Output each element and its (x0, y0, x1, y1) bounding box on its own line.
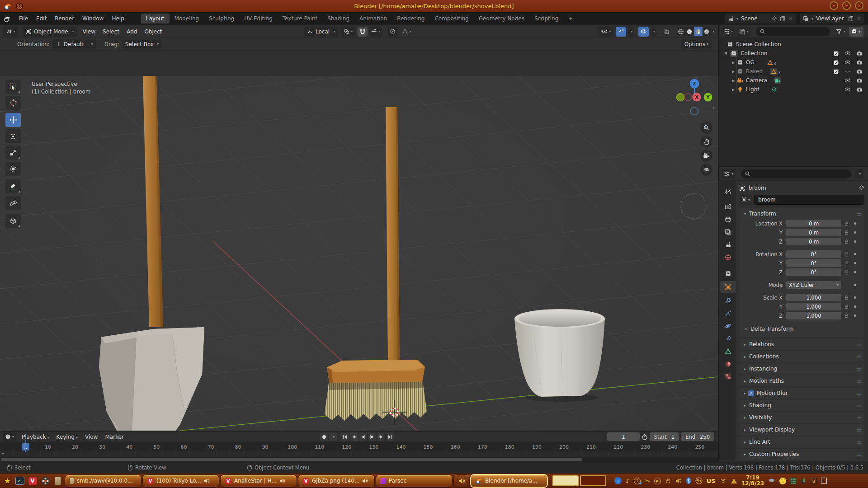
rotation-x-field[interactable]: 0° (786, 250, 841, 258)
panel-drag-handle[interactable]: :::: (857, 415, 861, 420)
outliner-search-field[interactable] (756, 27, 830, 36)
outliner-row-scene-collection[interactable]: Scene Collection (719, 40, 868, 49)
tab-scripting[interactable]: Scripting (529, 14, 563, 23)
music-tray-icon[interactable]: ♪ (626, 478, 630, 484)
preview-range-icon[interactable] (642, 434, 648, 440)
touch-tray-icon[interactable] (665, 478, 671, 484)
outliner-filter-dropdown[interactable]: ▾ (834, 27, 847, 37)
play-button[interactable] (368, 432, 376, 441)
gizmo-neg-x-axis[interactable] (684, 94, 692, 101)
animate-dot[interactable] (854, 305, 856, 308)
rotation-z-field[interactable]: 0° (786, 268, 841, 276)
keyboard-layout[interactable]: US (707, 478, 716, 484)
panel-drag-handle[interactable]: :::: (857, 211, 861, 216)
lock-icon[interactable] (841, 295, 851, 300)
hide-eye-icon[interactable] (842, 59, 854, 66)
next-keyframe-button[interactable] (377, 432, 385, 441)
lock-icon[interactable] (841, 221, 851, 226)
orthographic-toggle-button[interactable] (700, 164, 712, 176)
panel-drag-handle[interactable]: :::: (857, 427, 861, 432)
gizmo-settings-dropdown[interactable]: ▾ (628, 27, 634, 37)
plant-tray-icon[interactable] (800, 478, 807, 484)
prev-keyframe-button[interactable] (349, 432, 358, 441)
shading-wireframe-button[interactable] (677, 27, 685, 36)
scale-z-field[interactable]: 1.000 (786, 312, 841, 319)
motion-blur-checkbox[interactable]: ✓ (748, 390, 754, 396)
tab-tool[interactable] (720, 185, 736, 197)
warning-tray-icon[interactable] (731, 478, 737, 484)
tab-layout[interactable]: Layout (141, 14, 170, 23)
new-collection-button[interactable]: + (849, 27, 863, 37)
pivot-point-dropdown[interactable]: ▾ (340, 27, 356, 37)
object-name-field[interactable] (754, 195, 864, 205)
menu-marker[interactable]: Marker (101, 434, 127, 440)
panel-drag-handle[interactable]: :::: (857, 379, 861, 384)
task-tokyo[interactable]: V (100) Tokyo Lo... (143, 475, 219, 487)
show-gizmo-toggle[interactable] (616, 27, 626, 37)
info-tray-icon[interactable]: i (614, 477, 622, 484)
emoji-tray-icon[interactable] (779, 478, 786, 484)
tab-object-data[interactable] (720, 345, 736, 357)
tab-world[interactable] (720, 251, 736, 263)
tab-uv-editing[interactable]: UV Editing (239, 14, 278, 23)
task-smb[interactable]: smb://awv@10.0.0... (65, 475, 141, 487)
panel-drag-handle[interactable]: :::: (857, 366, 861, 371)
weather-tray-icon[interactable] (768, 478, 775, 484)
jump-to-start-button[interactable] (340, 432, 349, 441)
start-frame-field[interactable]: Start1 (650, 432, 679, 441)
tab-view-layer[interactable] (720, 226, 736, 238)
close-window-button[interactable]: ✕ (855, 1, 863, 10)
new-scene-icon[interactable] (780, 16, 786, 22)
animate-dot[interactable] (854, 240, 856, 243)
properties-search-field[interactable] (741, 169, 851, 178)
amarok-tray-icon[interactable]: a (811, 478, 817, 484)
panel-motion-paths[interactable]: ▸Motion Paths:::: (739, 375, 864, 386)
expand-icon[interactable]: ▶ (730, 70, 737, 74)
lock-icon[interactable] (841, 252, 851, 257)
pin-icon[interactable] (771, 16, 777, 22)
panel-instancing[interactable]: ▸Instancing:::: (739, 363, 864, 374)
vivaldi-launcher-icon[interactable]: V (27, 477, 38, 485)
panel-custom-properties[interactable]: ▸Custom Properties:::: (739, 449, 864, 460)
volume-button[interactable] (454, 475, 469, 487)
menu-keying[interactable]: Keying▾ (53, 434, 81, 440)
tab-compositing[interactable]: Compositing (429, 14, 473, 23)
tool-measure[interactable] (5, 196, 21, 210)
panel-shading[interactable]: ▸Shading:::: (739, 400, 864, 411)
panel-drag-handle[interactable]: :::: (857, 452, 861, 457)
menu-view[interactable]: View (79, 28, 99, 35)
outliner-row-collection[interactable]: ▼ Collection (719, 49, 868, 58)
menu-render[interactable]: Render (51, 13, 78, 24)
exclude-checkbox[interactable] (830, 60, 842, 66)
orientation-dropdown[interactable]: Default ▾ (52, 39, 96, 49)
auto-keyframe-dropdown[interactable]: ▾ (329, 432, 337, 441)
workspace-2[interactable] (580, 475, 606, 486)
panel-drag-handle[interactable]: :::: (857, 354, 861, 359)
tool-annotate[interactable] (5, 179, 21, 193)
tab-shading[interactable]: Shading (322, 14, 354, 23)
channel-expand-icon[interactable]: ▸ (2, 451, 4, 455)
outliner-filter-image-button[interactable]: ▾ (737, 27, 750, 37)
expand-icon[interactable]: ▶ (730, 79, 737, 83)
animate-dot[interactable] (854, 222, 856, 225)
selectability-visibility-dropdown[interactable]: ▾ (598, 27, 614, 37)
timeline-ruler[interactable]: 1020304050607080901001101201301401501601… (0, 442, 718, 451)
properties-editor-type-button[interactable]: ▾ (722, 169, 736, 179)
play-tray-icon[interactable]: ▶ (654, 478, 661, 484)
tab-physics[interactable] (720, 320, 736, 332)
transform-orientation-dropdown[interactable]: Local ▾ (304, 27, 339, 37)
auto-keyframe-button[interactable] (320, 432, 328, 441)
show-overlays-toggle[interactable] (638, 27, 649, 37)
shading-dropdown-icon[interactable]: ▾ (712, 29, 714, 33)
disable-render-icon[interactable] (854, 59, 865, 66)
location-x-field[interactable]: 0 m (786, 220, 841, 227)
outliner-display-mode-button[interactable]: ▾ (722, 27, 735, 37)
lock-icon[interactable] (841, 239, 851, 244)
tool-select-box[interactable] (5, 80, 21, 94)
animate-dot[interactable] (854, 314, 856, 317)
editor-type-button[interactable]: ▾ (3, 27, 19, 37)
tab-animation[interactable]: Animation (354, 14, 392, 23)
timeline-editor-type-button[interactable]: ▾ (3, 432, 16, 441)
disable-render-icon[interactable] (854, 50, 865, 56)
add-workspace-button[interactable]: + (563, 14, 578, 23)
